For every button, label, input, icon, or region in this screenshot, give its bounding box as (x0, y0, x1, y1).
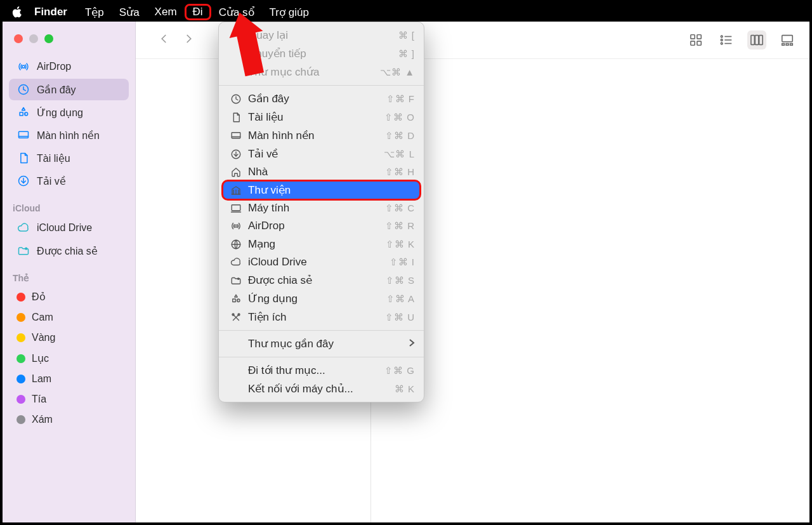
app-title[interactable]: Finder (34, 6, 67, 18)
sidebar-tag[interactable]: Xám (9, 410, 129, 429)
sidebar-item-label: Cam (32, 312, 53, 323)
menu-shortcut: ⇧⌘ S (386, 275, 415, 286)
menu-shortcut: ⇧⌘ O (384, 112, 415, 123)
svg-point-39 (237, 299, 240, 302)
tag-dot-icon (16, 395, 25, 404)
menu-item-label: Đi tới thư mục... (244, 364, 384, 377)
desktop-icon (16, 128, 30, 142)
chevron-right-icon (409, 338, 415, 350)
sidebar-item-label: Màn hình nền (37, 130, 100, 142)
menu-item[interactable]: Ứng dụng⇧⌘ A (219, 289, 424, 308)
view-switcher (686, 30, 797, 50)
cloud-icon (16, 221, 30, 235)
menubar: Finder TệpSửaXemĐiCửa sổTrợ giúp (3, 3, 809, 22)
back-button[interactable] (159, 33, 170, 47)
menubar-item-trợ giúp[interactable]: Trợ giúp (262, 4, 317, 21)
gallery-view-button[interactable] (778, 30, 797, 50)
sidebar-tag[interactable]: Lục (9, 349, 129, 368)
sidebar-item-label: Tải về (37, 175, 66, 187)
svg-rect-3 (19, 131, 29, 138)
apps-icon (228, 293, 244, 305)
menu-separator (219, 85, 424, 86)
menubar-item-xem[interactable]: Xem (147, 4, 185, 20)
menubar-item-sửa[interactable]: Sửa (112, 4, 147, 21)
forward-button[interactable] (183, 33, 194, 47)
menu-item-label: Kết nối với máy chủ... (244, 382, 395, 395)
menu-shortcut: ⌘ K (395, 383, 415, 395)
sidebar-item-label: Vàng (32, 332, 55, 343)
svg-point-16 (721, 43, 723, 44)
network-icon (228, 239, 244, 250)
library-icon (228, 185, 244, 196)
svg-point-38 (237, 277, 240, 280)
menu-item[interactable]: Thư viện (223, 181, 420, 199)
menu-item-label: AirDrop (244, 220, 385, 232)
menu-item[interactable]: Kết nối với máy chủ...⌘ K (219, 380, 424, 398)
column-view-button[interactable] (747, 30, 766, 50)
sidebar-item-desktop[interactable]: Màn hình nền (9, 124, 129, 146)
menu-item[interactable]: Quay lại⌘ [ (219, 26, 424, 44)
list-view-button[interactable] (717, 30, 736, 50)
menu-item[interactable]: Máy tính⇧⌘ C (219, 199, 424, 217)
menu-item[interactable]: Nhà⇧⌘ H (219, 163, 424, 181)
sidebar-item-cloud[interactable]: iCloud Drive (9, 217, 129, 239)
menubar-item-đi[interactable]: Đi (185, 4, 211, 20)
tag-dot-icon (16, 375, 25, 383)
svg-rect-23 (786, 44, 789, 46)
svg-rect-34 (232, 205, 240, 211)
airdrop-icon (16, 60, 30, 74)
menubar-item-cửa sổ[interactable]: Cửa sổ (211, 4, 262, 21)
sidebar-tag[interactable]: Cam (9, 308, 129, 327)
svg-rect-11 (697, 41, 701, 45)
svg-rect-22 (782, 44, 785, 46)
menu-item[interactable]: Màn hình nền⇧⌘ D (219, 126, 424, 145)
menu-item[interactable]: Thư mục gần đây (219, 335, 424, 353)
icon-view-button[interactable] (686, 30, 705, 50)
sidebar-tag[interactable]: Lam (9, 369, 129, 389)
sidebar-item-download[interactable]: Tải về (9, 170, 129, 192)
menu-item[interactable]: AirDrop⇧⌘ R (219, 217, 424, 235)
sidebar-item-shared-folder[interactable]: Được chia sẻ (9, 240, 129, 262)
desktop-icon (228, 130, 244, 142)
sidebar-item-label: iCloud Drive (37, 222, 92, 234)
menu-item[interactable]: Tài liệu⇧⌘ O (219, 108, 424, 126)
sidebar-item-document[interactable]: Tài liệu (9, 147, 129, 169)
menu-shortcut: ⇧⌘ H (385, 166, 415, 178)
apps-icon (16, 105, 30, 119)
shared-folder-icon (16, 244, 30, 258)
sidebar-item-clock[interactable]: Gần đây (9, 79, 129, 100)
menu-item[interactable]: Thư mục chứa⌥⌘ ▲ (219, 63, 424, 81)
sidebar-tag[interactable]: Tía (9, 390, 129, 409)
sidebar-item-airdrop[interactable]: AirDrop (9, 56, 129, 77)
menu-item-label: Nhà (244, 166, 385, 178)
menubar-item-tệp[interactable]: Tệp (77, 4, 112, 21)
menu-item[interactable]: Đi tới thư mục...⇧⌘ G (219, 361, 424, 380)
apple-menu-icon[interactable] (11, 6, 25, 18)
sidebar-tag[interactable]: Đỏ (9, 287, 129, 307)
menu-item[interactable]: Gần đây⇧⌘ F (219, 90, 424, 108)
sidebar-item-apps[interactable]: Ứng dụng (9, 102, 129, 123)
menu-item[interactable]: Chuyển tiếp⌘ ] (219, 44, 424, 63)
menu-shortcut: ⌘ ] (398, 48, 415, 60)
zoom-button[interactable] (44, 34, 53, 43)
menu-item[interactable]: Tiện ích⇧⌘ U (219, 308, 424, 326)
svg-point-14 (721, 39, 723, 41)
menu-item[interactable]: Được chia sẻ⇧⌘ S (219, 271, 424, 289)
sidebar-tag[interactable]: Vàng (9, 328, 129, 347)
menu-shortcut: ⇧⌘ I (390, 256, 415, 268)
menu-item-label: Tiện ích (244, 310, 385, 324)
menu-item-label: Mạng (244, 237, 386, 251)
menu-item-label: Tải về (244, 147, 384, 161)
menu-item[interactable]: Tải về⌥⌘ L (219, 145, 424, 163)
menu-item[interactable]: iCloud Drive⇧⌘ I (219, 253, 424, 271)
sidebar-item-label: Lam (32, 373, 51, 385)
menu-separator (219, 330, 424, 331)
download-icon (16, 174, 30, 188)
menu-item[interactable]: Mạng⇧⌘ K (219, 235, 424, 253)
menu-item-label: Máy tính (244, 202, 385, 215)
sidebar: AirDropGần đâyỨng dụngMàn hình nềnTài li… (3, 22, 136, 522)
shared-folder-icon (228, 275, 244, 286)
svg-rect-20 (759, 36, 763, 45)
close-button[interactable] (14, 34, 23, 43)
minimize-button[interactable] (29, 34, 38, 43)
